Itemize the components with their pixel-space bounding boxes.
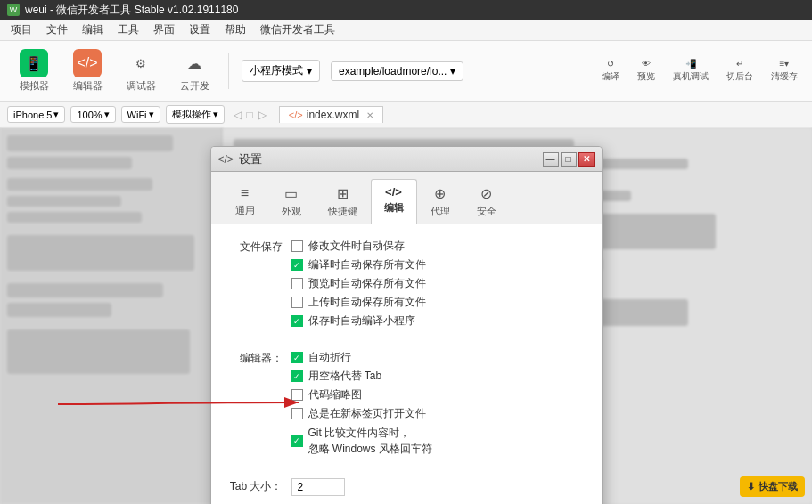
file-save-row: 文件保存 修改文件时自动保存 编译时自动保存所有文件 [229,239,584,332]
dialog-restore-button[interactable]: □ [561,152,577,167]
proxy-tab-icon: ⊕ [434,185,446,202]
menu-edit[interactable]: 编辑 [75,20,111,39]
zoom-chevron-icon: ▾ [104,109,110,120]
checkbox-editor-3[interactable] [291,408,303,419]
background-button[interactable]: ↵ 切后台 [721,55,759,86]
compile-button[interactable]: ↺ 编译 [596,55,625,86]
tab-security[interactable]: ⊘ 安全 [463,179,510,224]
settings-dialog: </> 设置 — □ ✕ ≡ 通用 ▭ 外观 ⊞ [210,146,603,504]
window-title: weui - 微信开发者工具 Stable v1.02.1911180 [25,3,238,18]
menu-file[interactable]: 文件 [39,20,75,39]
toolbar-right: ↺ 编译 👁 预览 📲 真机调试 ↵ 切后台 ≡▾ 清缓存 [596,55,803,86]
secondary-toolbar: iPhone 5 ▾ 100% ▾ WiFi ▾ 模拟操作 ▾ ◁ □ ▷ </… [0,102,812,128]
mode-chevron-icon: ▾ [307,65,312,77]
editor-option-2: 代码缩略图 [291,387,584,402]
nav-stop-icon[interactable]: □ [247,109,253,121]
editor-option-3: 总是在新标签页打开文件 [291,406,584,421]
path-chevron-icon: ▾ [450,65,455,77]
toolbar: 📱 模拟器 </> 编辑器 ⚙ 调试器 ☁ 云开发 小程序模式 ▾ exampl… [0,41,812,102]
clear-icon: ≡▾ [780,59,790,69]
file-save-options: 修改文件时自动保存 编译时自动保存所有文件 预览时自动保存所有文件 [291,239,584,332]
checkbox-editor-1[interactable] [291,370,303,382]
dialog-minimize-button[interactable]: — [543,152,559,167]
editor-option-1: 用空格代替 Tab [291,369,584,384]
tab-size-row: Tab 大小： [229,478,584,496]
checkbox-editor-4[interactable] [291,435,303,447]
menu-tools[interactable]: 工具 [111,20,146,39]
compile-icon: ↺ [607,59,614,69]
tab-appearance[interactable]: ▭ 外观 [268,179,315,224]
preview-icon: 👁 [642,59,651,69]
network-chevron-icon: ▾ [149,109,154,120]
appearance-tab-icon: ▭ [284,185,298,202]
dialog-title-icon: </> [218,153,234,166]
general-tab-icon: ≡ [241,185,249,201]
zoom-selector[interactable]: 100% ▾ [70,106,115,123]
action-chevron-icon: ▾ [213,109,218,120]
tab-proxy[interactable]: ⊕ 代理 [417,179,463,224]
debugger-icon: ⚙ [127,49,155,77]
main-area: </> 设置 — □ ✕ ≡ 通用 ▭ 外观 ⊞ [0,128,812,504]
editor-row: 编辑器： 自动折行 用空格代替 Tab [229,350,584,460]
menu-interface[interactable]: 界面 [146,20,182,39]
tab-shortcuts[interactable]: ⊞ 快捷键 [315,179,371,224]
editor-option-4: Git 比较文件内容时，忽略 Windows 风格回车符 [291,425,584,457]
file-save-label: 文件保存 [229,239,291,255]
app-icon: W [7,4,20,16]
form-divider-2 [229,471,584,478]
file-save-section: 文件保存 修改文件时自动保存 编译时自动保存所有文件 [229,239,584,332]
tab-size-label: Tab 大小： [229,478,291,494]
tab-size-input[interactable] [291,478,345,496]
clear-cache-button[interactable]: ≡▾ 清缓存 [766,55,803,86]
checkbox-file-save-4[interactable] [291,315,303,327]
security-tab-icon: ⊘ [480,185,492,202]
cloud-icon: ☁ [180,49,209,77]
real-device-icon: 📲 [685,59,696,69]
form-divider [229,343,584,350]
mode-selector[interactable]: 小程序模式 ▾ [242,60,320,82]
checkbox-file-save-3[interactable] [291,297,303,308]
editor-tab-icon: </> [385,185,402,199]
nav-prev-icon[interactable]: ◁ [234,109,242,121]
dialog-title: 设置 [239,151,262,167]
toolbar-separator [228,53,229,89]
checkbox-file-save-1[interactable] [291,259,303,271]
editor-options: 自动折行 用空格代替 Tab 代码缩略图 [291,350,584,460]
real-device-button[interactable]: 📲 真机调试 [668,55,714,86]
tab-general[interactable]: ≡ 通用 [222,179,268,224]
network-selector[interactable]: WiFi ▾ [121,106,160,123]
path-selector[interactable]: example/loadmore/lo... ▾ [331,61,463,81]
checkbox-file-save-0[interactable] [291,240,303,252]
device-selector[interactable]: iPhone 5 ▾ [7,106,65,123]
menu-help[interactable]: 帮助 [217,20,253,39]
checkbox-editor-2[interactable] [291,389,303,401]
file-save-option-0: 修改文件时自动保存 [291,239,584,254]
editor-option-0: 自动折行 [291,350,584,365]
shortcuts-tab-icon: ⊞ [337,185,349,202]
file-save-option-1: 编译时自动保存所有文件 [291,257,584,272]
debugger-button[interactable]: ⚙ 调试器 [116,46,166,96]
dialog-body: 文件保存 修改文件时自动保存 编译时自动保存所有文件 [211,224,602,504]
dialog-close-button[interactable]: ✕ [578,152,595,167]
menu-wechat-dev[interactable]: 微信开发者工具 [253,20,342,39]
simulator-button[interactable]: 📱 模拟器 [9,46,59,96]
menu-project[interactable]: 项目 [4,20,39,39]
title-bar: W weui - 微信开发者工具 Stable v1.02.1911180 [0,0,812,20]
preview-button[interactable]: 👁 预览 [632,55,660,86]
tab-editor[interactable]: </> 编辑 [371,179,417,224]
checkbox-file-save-2[interactable] [291,278,303,289]
device-chevron-icon: ▾ [53,109,59,120]
dialog-tabs: ≡ 通用 ▭ 外观 ⊞ 快捷键 </> 编辑 ⊕ 代理 [211,172,602,224]
file-save-option-4: 保存时自动编译小程序 [291,313,584,329]
menu-settings[interactable]: 设置 [182,20,217,39]
action-selector[interactable]: 模拟操作 ▾ [166,105,225,124]
tab-size-options [291,478,584,496]
cloud-button[interactable]: ☁ 云开发 [169,46,219,96]
editor-button[interactable]: </> 编辑器 [62,46,112,96]
dialog-overlay: </> 设置 — □ ✕ ≡ 通用 ▭ 外观 ⊞ [0,128,812,504]
menu-bar: 项目 文件 编辑 工具 界面 设置 帮助 微信开发者工具 [0,20,812,41]
file-tab[interactable]: </> index.wxml ✕ [279,106,383,123]
tab-close-icon[interactable]: ✕ [366,110,373,120]
checkbox-editor-0[interactable] [291,352,303,363]
nav-next-icon[interactable]: ▷ [258,109,267,121]
